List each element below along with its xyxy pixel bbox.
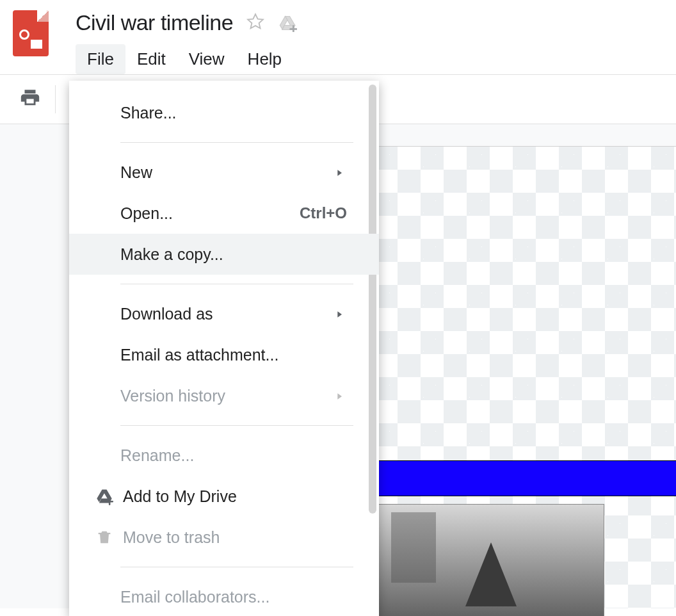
- menu-item-label: Move to trash: [123, 528, 220, 547]
- menu-item-rename: Rename...: [69, 435, 379, 476]
- menu-separator: [120, 284, 353, 284]
- chevron-right-icon: [334, 387, 344, 405]
- menu-item-label: Email collaborators...: [120, 588, 270, 606]
- star-icon[interactable]: [246, 12, 265, 34]
- menubar: File Edit View Help: [76, 44, 297, 74]
- menu-separator: [120, 425, 353, 426]
- menu-file[interactable]: File: [76, 44, 125, 74]
- file-menu-dropdown: Share... New Open... Ctrl+O Make a copy.…: [69, 81, 379, 616]
- menu-item-version-history: Version history: [69, 375, 379, 416]
- menu-separator: [120, 142, 353, 143]
- app-header: Civil war timeline File Edit View: [0, 0, 676, 74]
- print-icon: [19, 87, 41, 111]
- menu-item-label: Version history: [120, 387, 225, 405]
- document-title[interactable]: Civil war timeline: [76, 10, 233, 35]
- menu-item-label: New: [120, 163, 152, 182]
- print-button[interactable]: [19, 85, 56, 113]
- menu-help[interactable]: Help: [236, 44, 293, 74]
- drive-add-icon: [95, 487, 114, 505]
- menu-item-email-collaborators: Email collaborators...: [69, 576, 379, 616]
- menu-separator: [120, 567, 353, 567]
- canvas-image[interactable]: [378, 504, 604, 616]
- menu-item-label: Share...: [120, 104, 177, 122]
- menu-item-open[interactable]: Open... Ctrl+O: [69, 193, 379, 234]
- keyboard-shortcut: Ctrl+O: [300, 204, 347, 222]
- trash-icon: [95, 528, 114, 546]
- menu-item-label: Download as: [120, 305, 213, 323]
- menu-item-download-as[interactable]: Download as: [69, 293, 379, 334]
- chevron-right-icon: [334, 163, 344, 182]
- app-icon: [13, 10, 49, 56]
- blue-bar-shape[interactable]: [378, 460, 676, 496]
- chevron-right-icon: [334, 305, 344, 323]
- menu-item-new[interactable]: New: [69, 152, 379, 193]
- menu-view[interactable]: View: [177, 44, 236, 74]
- menu-edit[interactable]: Edit: [125, 44, 177, 74]
- menu-item-label: Open...: [120, 204, 173, 223]
- menu-item-make-a-copy[interactable]: Make a copy...: [69, 234, 379, 275]
- menu-item-move-to-trash: Move to trash: [69, 517, 379, 558]
- menu-item-share[interactable]: Share...: [69, 92, 379, 133]
- menu-item-label: Rename...: [120, 446, 194, 465]
- menu-item-label: Add to My Drive: [123, 487, 237, 506]
- menu-item-label: Email as attachment...: [120, 346, 278, 364]
- menu-item-email-attachment[interactable]: Email as attachment...: [69, 334, 379, 375]
- menu-item-add-to-my-drive[interactable]: Add to My Drive: [69, 476, 379, 517]
- drive-add-icon[interactable]: [278, 14, 297, 32]
- menu-item-label: Make a copy...: [120, 245, 223, 264]
